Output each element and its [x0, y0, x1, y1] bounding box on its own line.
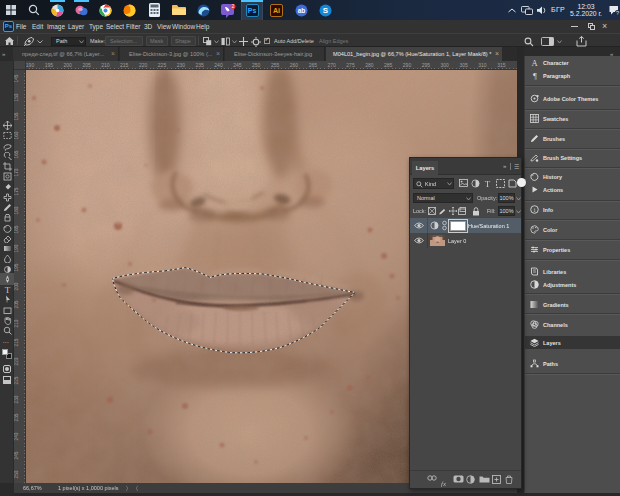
svg-text:ab: ab: [298, 7, 306, 14]
svg-text:S: S: [323, 6, 329, 15]
svg-text:T: T: [485, 179, 491, 188]
svg-text:?: ?: [616, 10, 619, 16]
svg-text:¶: ¶: [533, 71, 537, 80]
svg-text:T: T: [4, 285, 10, 294]
svg-text:A: A: [531, 58, 538, 67]
svg-text:i: i: [534, 207, 536, 213]
